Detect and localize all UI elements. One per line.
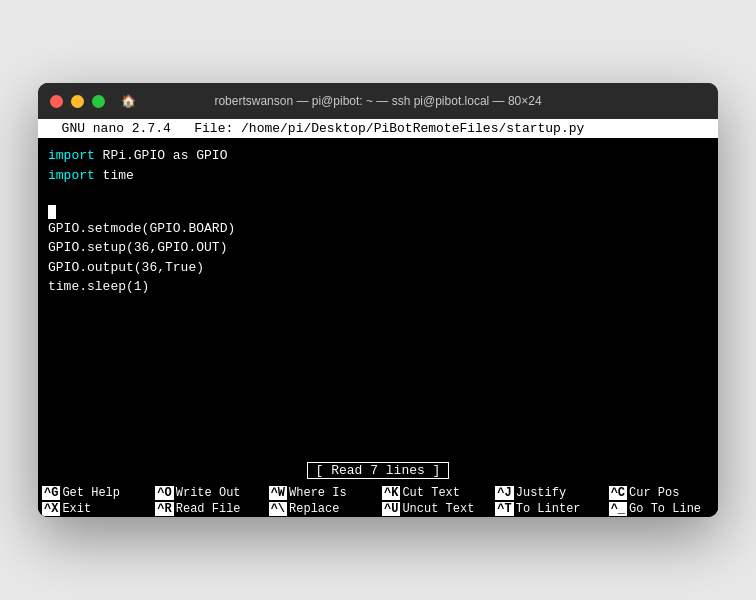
keyword-import-2: import [48, 168, 95, 183]
shortcut-label-cur-pos: Cur Pos [629, 486, 679, 500]
shortcut-justify[interactable]: ^J Justify [491, 485, 604, 501]
shortcut-cut-text[interactable]: ^K Cut Text [378, 485, 491, 501]
cursor-line [48, 205, 708, 219]
code-line-blank [48, 185, 708, 205]
shortcut-key-r: ^R [155, 502, 173, 516]
status-message: [ Read 7 lines ] [307, 462, 450, 479]
shortcut-key-c: ^C [609, 486, 627, 500]
code-line-5: GPIO.output(36,True) [48, 258, 708, 278]
shortcut-get-help[interactable]: ^G Get Help [38, 485, 151, 501]
shortcut-uncut-text[interactable]: ^U Uncut Text [378, 501, 491, 517]
shortcut-label-get-help: Get Help [62, 486, 120, 500]
titlebar-text: robertswanson — pi@pibot: ~ — ssh pi@pib… [214, 94, 541, 108]
close-button[interactable] [50, 95, 63, 108]
maximize-button[interactable] [92, 95, 105, 108]
code-area[interactable]: import RPi.GPIO as GPIO import time GPIO… [38, 138, 718, 458]
shortcut-label-justify: Justify [516, 486, 566, 500]
shortcut-label-to-linter: To Linter [516, 502, 581, 516]
shortcut-bar: ^G Get Help ^O Write Out ^W Where Is ^K … [38, 485, 718, 517]
cursor [48, 205, 56, 219]
shortcut-where-is[interactable]: ^W Where Is [265, 485, 378, 501]
terminal-window: 🏠 robertswanson — pi@pibot: ~ — ssh pi@p… [38, 83, 718, 517]
shortcut-key-backslash: ^\ [269, 502, 287, 516]
status-bar: [ Read 7 lines ] [38, 458, 718, 485]
shortcut-key-u: ^U [382, 502, 400, 516]
code-line-2: import time [48, 166, 708, 186]
shortcut-key-t: ^T [495, 502, 513, 516]
code-line-6: time.sleep(1) [48, 277, 708, 297]
shortcut-cur-pos[interactable]: ^C Cur Pos [605, 485, 718, 501]
shortcut-label-where-is: Where Is [289, 486, 347, 500]
shortcut-label-replace: Replace [289, 502, 339, 516]
shortcut-key-underscore: ^_ [609, 502, 627, 516]
shortcut-key-j: ^J [495, 486, 513, 500]
shortcut-label-read-file: Read File [176, 502, 241, 516]
shortcut-key-g: ^G [42, 486, 60, 500]
code-line-4: GPIO.setup(36,GPIO.OUT) [48, 238, 708, 258]
code-line-1: import RPi.GPIO as GPIO [48, 146, 708, 166]
titlebar: 🏠 robertswanson — pi@pibot: ~ — ssh pi@p… [38, 83, 718, 119]
shortcut-to-linter[interactable]: ^T To Linter [491, 501, 604, 517]
shortcut-exit[interactable]: ^X Exit [38, 501, 151, 517]
shortcut-label-go-to-line: Go To Line [629, 502, 701, 516]
shortcut-replace[interactable]: ^\ Replace [265, 501, 378, 517]
shortcut-key-w: ^W [269, 486, 287, 500]
shortcut-key-o: ^O [155, 486, 173, 500]
minimize-button[interactable] [71, 95, 84, 108]
shortcut-go-to-line[interactable]: ^_ Go To Line [605, 501, 718, 517]
shortcut-label-write-out: Write Out [176, 486, 241, 500]
shortcut-label-cut-text: Cut Text [402, 486, 460, 500]
home-icon: 🏠 [121, 94, 136, 108]
terminal-body[interactable]: GNU nano 2.7.4 File: /home/pi/Desktop/Pi… [38, 119, 718, 517]
shortcut-write-out[interactable]: ^O Write Out [151, 485, 264, 501]
code-line-3: GPIO.setmode(GPIO.BOARD) [48, 219, 708, 239]
shortcut-read-file[interactable]: ^R Read File [151, 501, 264, 517]
nano-header: GNU nano 2.7.4 File: /home/pi/Desktop/Pi… [38, 119, 718, 138]
shortcut-key-x: ^X [42, 502, 60, 516]
shortcut-label-exit: Exit [62, 502, 91, 516]
keyword-import-1: import [48, 148, 95, 163]
shortcut-key-k: ^K [382, 486, 400, 500]
shortcut-label-uncut-text: Uncut Text [402, 502, 474, 516]
